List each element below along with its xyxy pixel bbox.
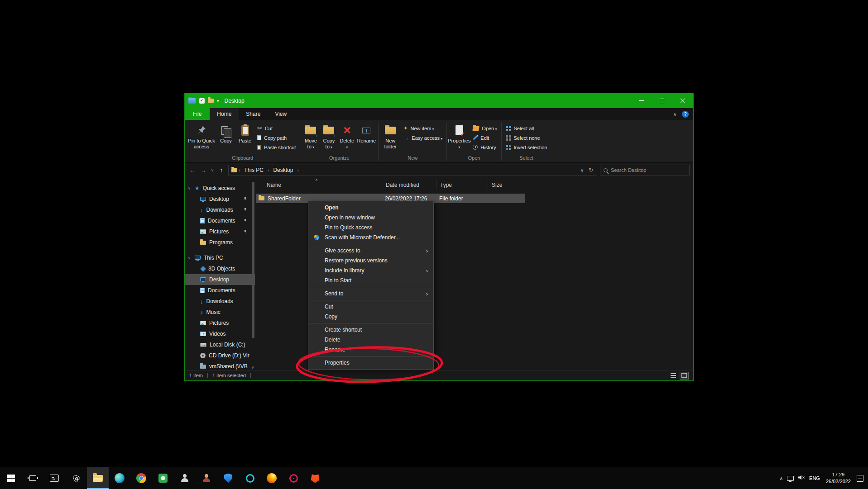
muted-speaker-icon[interactable] (798, 475, 805, 482)
monitor-tray-icon[interactable] (787, 476, 794, 481)
column-header-name[interactable]: Name (255, 180, 382, 190)
copy-button[interactable]: Copy (216, 122, 235, 153)
select-none-button[interactable]: Select none (503, 133, 550, 142)
language-indicator[interactable]: ENG (809, 475, 820, 481)
tab-home[interactable]: Home (210, 108, 239, 120)
context-menu-item-delete[interactable]: Delete (308, 335, 433, 345)
task-view-button[interactable] (22, 467, 43, 489)
sidebar-item-local-disk-c[interactable]: Local Disk (C:) (185, 339, 255, 350)
nav-scrollbar[interactable] (252, 182, 254, 338)
context-menu-item-cut[interactable]: Cut (308, 302, 433, 312)
action-center-icon[interactable] (857, 475, 863, 482)
thumbnails-view-button[interactable] (680, 372, 689, 380)
sidebar-item-vmshared[interactable]: vmShared (\\VB (185, 361, 255, 370)
chevron-down-icon[interactable] (188, 256, 191, 260)
copy-to-button[interactable]: Copy to (320, 122, 338, 153)
sidebar-item-music[interactable]: Music (185, 307, 255, 318)
pin-to-quick-access-button[interactable]: Pin to Quick access (187, 122, 216, 153)
breadcrumb-this-pc[interactable]: This PC (241, 167, 266, 173)
context-menu-item-pin-to-quick-access[interactable]: Pin to Quick access (308, 223, 433, 233)
breadcrumb-desktop[interactable]: Desktop (270, 167, 296, 173)
chevron-right-icon[interactable] (297, 168, 298, 173)
collapse-ribbon-chevron-icon[interactable] (673, 112, 676, 117)
sidebar-item-downloads[interactable]: Downloads (185, 296, 255, 307)
sidebar-item-documents[interactable]: Documents (185, 285, 255, 296)
search-box[interactable] (600, 165, 690, 176)
sidebar-item-3d-objects[interactable]: 3D Objects (185, 263, 255, 274)
close-button[interactable] (672, 93, 693, 108)
sidebar-item-pictures-qa[interactable]: Pictures (185, 226, 255, 237)
magenta-ring-app-button[interactable] (283, 467, 304, 489)
tab-share[interactable]: Share (239, 108, 268, 120)
qat-check-icon[interactable] (199, 98, 205, 104)
edge-button[interactable] (109, 467, 130, 489)
search-input[interactable] (611, 167, 686, 173)
firefox-button[interactable] (261, 467, 283, 489)
paste-shortcut-button[interactable]: Paste shortcut (254, 143, 298, 152)
context-menu-item-copy[interactable]: Copy (308, 312, 433, 322)
column-header-size[interactable]: Size (488, 180, 525, 190)
sidebar-item-desktop[interactable]: Desktop (185, 274, 255, 285)
chevron-down-icon[interactable] (188, 186, 191, 190)
terminal-button[interactable] (43, 467, 65, 489)
easy-access-button[interactable]: Easy access (401, 133, 445, 142)
qat-folder-icon[interactable] (208, 99, 214, 103)
up-arrow-icon[interactable] (217, 166, 225, 174)
sidebar-item-pictures[interactable]: Pictures (185, 318, 255, 328)
details-view-button[interactable] (669, 372, 678, 380)
sidebar-item-cd-drive-d[interactable]: CD Drive (D:) Vir (185, 350, 255, 361)
properties-button[interactable]: Properties (448, 122, 470, 153)
context-menu-item-pin-to-start[interactable]: Pin to Start (308, 275, 433, 285)
context-menu-item-restore-previous-versions[interactable]: Restore previous versions (308, 256, 433, 266)
sidebar-item-downloads-qa[interactable]: Downloads (185, 204, 255, 215)
minimize-button[interactable] (631, 93, 652, 108)
scroll-down-chevron-icon[interactable] (251, 366, 254, 370)
refresh-icon[interactable] (589, 167, 593, 173)
settings-button[interactable] (65, 467, 87, 489)
forward-arrow-icon[interactable] (199, 166, 207, 174)
invert-selection-button[interactable]: Invert selection (503, 143, 550, 152)
back-arrow-icon[interactable] (188, 166, 197, 174)
move-to-button[interactable]: Move to (302, 122, 320, 153)
chevron-up-icon[interactable] (780, 476, 783, 481)
context-menu-item-give-access-to[interactable]: Give access to (308, 246, 433, 256)
context-menu-item-open[interactable]: Open (308, 203, 433, 213)
sidebar-item-this-pc[interactable]: This PC (185, 252, 255, 263)
open-button[interactable]: Open (470, 124, 499, 133)
new-item-button[interactable]: New item (401, 124, 445, 133)
copy-path-button[interactable]: Copy path (254, 133, 298, 142)
sidebar-item-programs[interactable]: Programs (185, 237, 255, 248)
chrome-button[interactable] (130, 467, 152, 489)
cut-button[interactable]: Cut (254, 124, 298, 133)
sidebar-item-quick-access[interactable]: Quick access (185, 183, 255, 194)
person-app-button[interactable] (196, 467, 217, 489)
brave-button[interactable] (304, 467, 326, 489)
green-box-app-button[interactable] (152, 467, 174, 489)
menu-file[interactable]: File (185, 108, 210, 120)
sidebar-item-desktop-qa[interactable]: Desktop (185, 194, 255, 204)
titlebar[interactable]: Desktop (185, 93, 693, 108)
context-menu-item-include-in-library[interactable]: Include in library (308, 266, 433, 275)
context-menu-item-create-shortcut[interactable]: Create shortcut (308, 325, 433, 335)
qat-customize-caret-icon[interactable] (217, 99, 219, 103)
column-header-date-modified[interactable]: Date modified (382, 180, 436, 190)
delete-button[interactable]: Delete (338, 122, 356, 153)
sidebar-item-videos[interactable]: Videos (185, 328, 255, 339)
recent-locations-chevron-icon[interactable] (210, 168, 215, 172)
people-app-button[interactable] (174, 467, 196, 489)
maximize-button[interactable] (652, 93, 672, 108)
select-all-button[interactable]: Select all (503, 124, 550, 133)
history-button[interactable]: History (470, 143, 499, 152)
column-header-type[interactable]: Type (436, 180, 488, 190)
start-button[interactable] (0, 467, 22, 489)
shield-app-button[interactable] (217, 467, 239, 489)
breadcrumb[interactable]: This PC Desktop (228, 165, 597, 176)
file-explorer-button[interactable] (87, 467, 109, 489)
new-folder-button[interactable]: New folder (380, 122, 401, 153)
clock[interactable]: 17:29 26/02/2022 (824, 471, 853, 485)
edit-button[interactable]: Edit (470, 133, 499, 142)
context-menu-item-scan-with-defender[interactable]: Scan with Microsoft Defender... (308, 233, 433, 242)
context-menu-item-open-in-new-window[interactable]: Open in new window (308, 213, 433, 223)
paste-button[interactable]: Paste (235, 122, 254, 153)
teal-ring-app-button[interactable] (239, 467, 261, 489)
